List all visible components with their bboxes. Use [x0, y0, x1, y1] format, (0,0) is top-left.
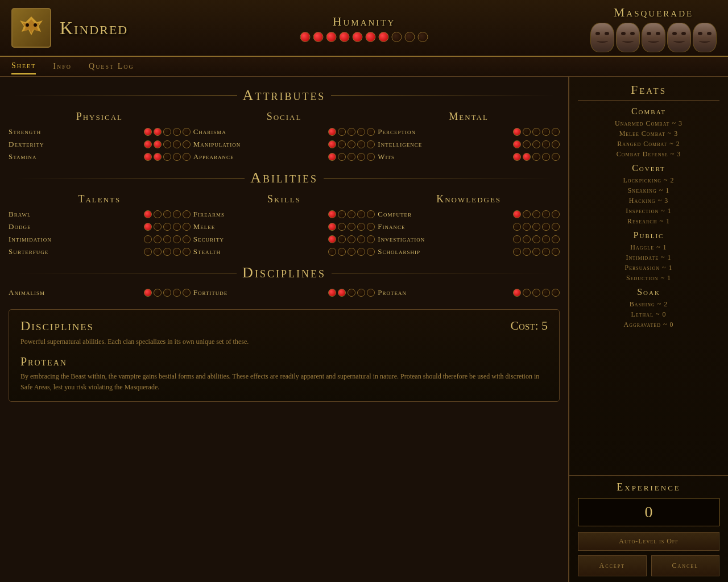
feat-persuasion: Persuasion ~ 1	[578, 264, 719, 272]
stat-dot	[338, 210, 346, 218]
abilities-grid: Talents Brawl Dodge Intimidation Subterf…	[9, 193, 560, 260]
stat-dot	[154, 210, 162, 218]
humanity-dot-7	[392, 32, 402, 42]
public-section-title: Public	[578, 230, 719, 240]
stat-dot	[532, 210, 540, 218]
face-1	[590, 23, 614, 52]
feat-seduction: Seduction ~ 1	[578, 274, 719, 282]
stat-dot	[328, 289, 336, 297]
humanity-dot-3	[340, 32, 350, 42]
stat-dot	[367, 248, 375, 256]
cancel-button[interactable]: Cancel	[651, 555, 720, 576]
stat-dot	[523, 289, 531, 297]
stat-dot	[348, 223, 355, 231]
stat-dot	[348, 140, 355, 148]
stat-dot	[552, 153, 560, 161]
stat-dot	[328, 140, 336, 148]
humanity-dot-8	[405, 32, 415, 42]
auto-level-button[interactable]: Auto-Level is Off	[578, 532, 719, 551]
mental-col: Mental Perception Intelligence Wits	[378, 111, 560, 165]
humanity-dot-9	[418, 32, 428, 42]
stat-dot	[367, 289, 375, 297]
stat-dot	[552, 210, 560, 218]
feat-lethal: Lethal ~ 0	[578, 310, 719, 319]
stat-dot	[552, 235, 560, 243]
stat-stealth: Stealth	[193, 247, 375, 256]
stat-dot	[552, 248, 560, 256]
stat-dot	[163, 289, 171, 297]
stat-dot	[154, 248, 162, 256]
accept-button[interactable]: Accept	[578, 555, 647, 576]
header: Kindred Humanity Masquerade	[0, 0, 728, 57]
stat-dot	[542, 153, 550, 161]
info-sub-title: Protean	[20, 355, 548, 368]
svg-marker-1	[23, 19, 40, 34]
stat-stamina: Stamina	[9, 152, 191, 161]
stat-dot	[183, 235, 191, 243]
stat-dot	[552, 128, 560, 136]
stat-dexterity: Dexterity	[9, 140, 191, 149]
physical-label: Physical	[9, 111, 191, 123]
feat-research: Research ~ 1	[578, 217, 719, 226]
stat-protean: Protean	[378, 288, 560, 297]
bottom-buttons: Accept Cancel	[578, 555, 719, 576]
stat-dot	[523, 153, 531, 161]
logo	[11, 8, 51, 48]
stat-dot	[144, 153, 152, 161]
stat-dot	[163, 235, 171, 243]
stat-dot	[183, 153, 191, 161]
stat-dot	[183, 289, 191, 297]
stat-dot	[367, 128, 375, 136]
stat-dot	[328, 153, 336, 161]
stat-dot	[163, 210, 171, 218]
stat-dot	[513, 289, 521, 297]
abilities-header: Abilities	[9, 169, 560, 186]
main-content: Attributes Physical Strength Dexterity S…	[0, 77, 728, 582]
left-panel: Attributes Physical Strength Dexterity S…	[0, 77, 569, 582]
feat-unarmed: Unarmed Combat ~ 3	[578, 119, 719, 128]
stat-dot	[367, 153, 375, 161]
stat-dot	[173, 289, 181, 297]
physical-col: Physical Strength Dexterity Stamina	[9, 111, 191, 165]
feats-panel: Feats Combat Unarmed Combat ~ 3 Melee Co…	[569, 77, 728, 475]
stat-dot	[348, 153, 355, 161]
stat-dot	[542, 128, 550, 136]
knowledges-label: Knowledges	[378, 193, 560, 205]
stat-dot	[163, 248, 171, 256]
svg-point-3	[34, 23, 37, 27]
humanity-dot-0	[300, 32, 311, 42]
stat-strength: Strength	[9, 127, 191, 136]
stat-dot	[532, 223, 540, 231]
right-panel: Feats Combat Unarmed Combat ~ 3 Melee Co…	[569, 77, 728, 582]
humanity-dot-1	[313, 32, 324, 42]
info-sub-description: By embracing the Beast within, the vampi…	[20, 371, 548, 393]
stat-scholarship: Scholarship	[378, 247, 560, 256]
stat-dot	[163, 140, 171, 148]
humanity-dot-6	[379, 32, 389, 42]
humanity-section: Humanity	[300, 14, 428, 42]
stat-dot	[338, 248, 346, 256]
stat-melee: Melee	[193, 222, 375, 231]
stat-dot	[532, 153, 540, 161]
stat-finance: Finance	[378, 222, 560, 231]
stat-dot	[532, 289, 540, 297]
skills-col: Skills Firearms Melee Security Stealth	[193, 193, 375, 260]
stat-dot	[338, 128, 346, 136]
stat-dot	[513, 235, 521, 243]
stat-dot	[173, 248, 181, 256]
stat-dot	[183, 128, 191, 136]
stat-dot	[542, 248, 550, 256]
stat-dot	[173, 210, 181, 218]
stat-dot	[348, 235, 355, 243]
experience-value: 0	[578, 498, 719, 526]
stat-dot	[532, 140, 540, 148]
stat-dot	[523, 210, 531, 218]
nav-quest-log[interactable]: Quest Log	[89, 59, 134, 74]
feat-defense: Combat Defense ~ 3	[578, 150, 719, 159]
nav-info[interactable]: Info	[53, 59, 72, 74]
nav-sheet[interactable]: Sheet	[11, 59, 36, 74]
stat-dot	[523, 128, 531, 136]
feats-title: Feats	[578, 82, 719, 101]
stat-dot	[523, 223, 531, 231]
stat-wits: Wits	[378, 152, 560, 161]
